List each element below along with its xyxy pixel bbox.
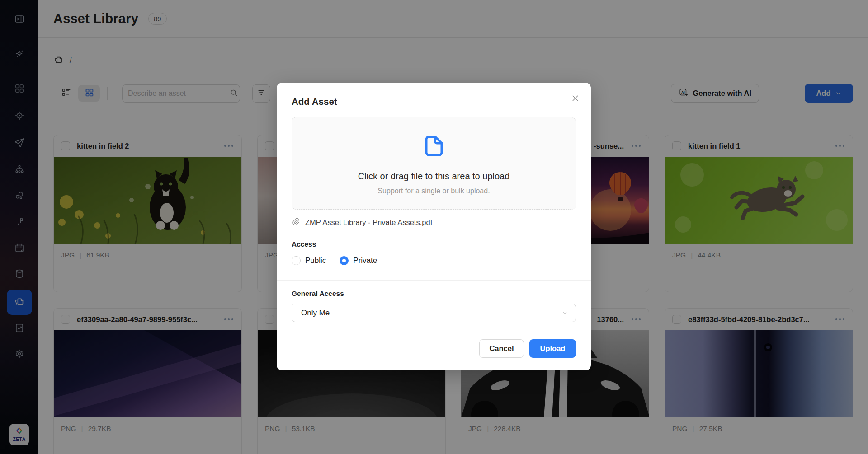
access-label: Access	[292, 240, 576, 248]
general-access-select[interactable]: Only Me	[292, 304, 576, 322]
file-dropzone[interactable]: Click or drag file to this area to uploa…	[292, 117, 576, 210]
attached-file-row: ZMP Asset Library - Private Assets.pdf	[292, 217, 576, 228]
app-window: ZETA Asset Library 89 / AI Generate	[0, 0, 868, 454]
attached-file-name: ZMP Asset Library - Private Assets.pdf	[305, 218, 432, 227]
radio-public-label: Public	[305, 256, 326, 265]
dropzone-title: Click or drag file to this area to uploa…	[358, 171, 510, 182]
radio-private-circle[interactable]	[340, 256, 349, 265]
modal-title: Add Asset	[292, 96, 576, 107]
paperclip-icon	[292, 217, 300, 228]
upload-button[interactable]: Upload	[529, 339, 576, 358]
radio-private[interactable]: Private	[340, 256, 377, 265]
upload-file-icon	[421, 131, 447, 162]
close-icon[interactable]	[571, 94, 580, 105]
modal-divider	[277, 280, 591, 281]
general-access-value: Only Me	[301, 309, 330, 318]
add-asset-modal: Add Asset Click or drag file to this are…	[277, 83, 591, 370]
radio-public-circle[interactable]	[292, 256, 301, 265]
chevron-down-icon	[561, 309, 568, 316]
radio-private-label: Private	[353, 256, 377, 265]
general-access-label: General Access	[292, 290, 344, 298]
modal-actions: Cancel Upload	[479, 339, 576, 358]
radio-public[interactable]: Public	[292, 256, 326, 265]
dropzone-subtitle: Support for a single or bulk upload.	[377, 187, 490, 195]
cancel-button[interactable]: Cancel	[479, 339, 524, 358]
access-radio-group: Public Private	[292, 256, 576, 265]
